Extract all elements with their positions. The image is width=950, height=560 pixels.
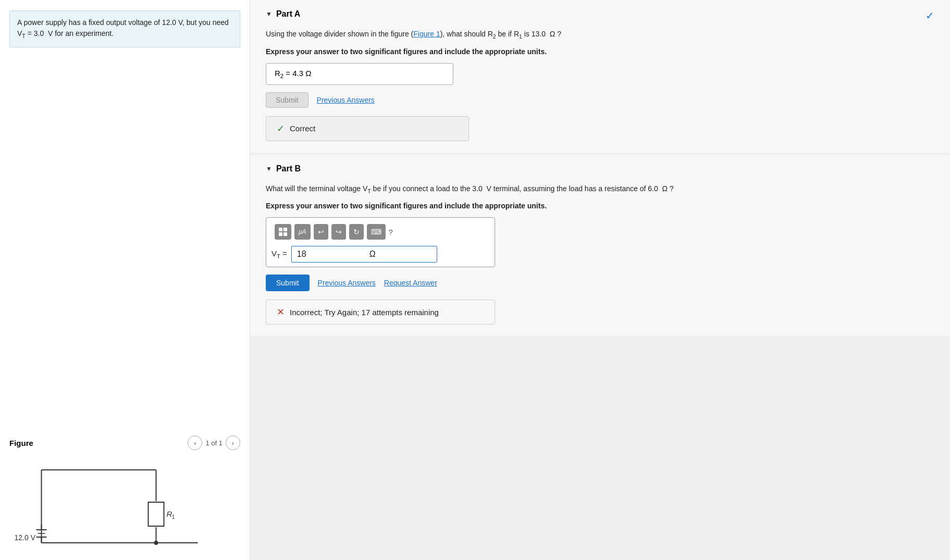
figure-title: Figure: [9, 439, 33, 447]
figure-section: Figure ‹ 1 of 1 ›: [0, 430, 250, 560]
math-input-row: VT =: [272, 246, 489, 263]
figure1-link[interactable]: Figure 1: [413, 30, 440, 38]
part-a-instruction: Express your answer to two significant f…: [266, 47, 934, 56]
undo-icon: ↩: [318, 228, 324, 236]
math-value-input[interactable]: [291, 246, 364, 263]
part-a-submit-row: Submit Previous Answers: [266, 92, 934, 108]
grid-template-button[interactable]: [275, 224, 291, 240]
part-a-header: ▼ Part A ✓: [266, 9, 934, 19]
mu-a-button[interactable]: μΑ: [294, 224, 311, 240]
part-b-request-answer-button[interactable]: Request Answer: [384, 279, 437, 287]
part-a-previous-answers-button[interactable]: Previous Answers: [317, 96, 375, 104]
problem-text: A power supply has a fixed output voltag…: [17, 18, 229, 38]
svg-rect-5: [149, 502, 164, 526]
correct-check-icon: ✓: [277, 123, 285, 134]
part-a-answer-box: R2 = 4.3 Ω: [266, 63, 453, 85]
incorrect-x-icon: ✕: [277, 306, 285, 318]
part-b-section: ▼ Part B What will the terminal voltage …: [250, 155, 950, 337]
math-unit-input[interactable]: [364, 246, 437, 263]
part-a-checkmark: ✓: [926, 9, 934, 22]
part-b-label: Part B: [276, 164, 301, 173]
svg-text:12.0 V: 12.0 V: [15, 533, 36, 542]
part-a-collapse-arrow[interactable]: ▼: [266, 10, 272, 18]
part-b-submit-button[interactable]: Submit: [266, 275, 310, 291]
keyboard-button[interactable]: ⌨: [367, 224, 386, 240]
left-panel: A power supply has a fixed output voltag…: [0, 0, 250, 560]
part-b-collapse-arrow[interactable]: ▼: [266, 165, 272, 172]
redo-icon: ↪: [336, 228, 342, 236]
help-button[interactable]: ?: [389, 224, 393, 240]
part-b-submit-row: Submit Previous Answers Request Answer: [266, 275, 934, 291]
refresh-button[interactable]: ↻: [349, 224, 364, 240]
help-label: ?: [389, 228, 393, 237]
mu-a-label: μΑ: [299, 228, 306, 235]
svg-text:1: 1: [172, 514, 175, 520]
problem-statement: A power supply has a fixed output voltag…: [9, 10, 240, 47]
part-a-section: ▼ Part A ✓ Using the voltage divider sho…: [250, 0, 950, 153]
part-a-correct-label: Correct: [290, 124, 315, 133]
part-a-correct-banner: ✓ Correct: [266, 116, 469, 141]
figure-nav-label: 1 of 1: [205, 439, 223, 447]
circuit-diagram: R 1 12.0 V: [9, 454, 240, 558]
part-b-question: What will the terminal voltage VT be if …: [266, 183, 934, 196]
chevron-right-icon: ›: [232, 439, 234, 447]
part-a-label: Part A: [276, 9, 301, 19]
math-toolbar: μΑ ↩ ↪ ↻ ⌨ ?: [272, 222, 489, 242]
grid-icon: [279, 228, 287, 236]
figure-header: Figure ‹ 1 of 1 ›: [9, 435, 240, 450]
chevron-left-icon: ‹: [194, 439, 196, 447]
math-label: VT =: [272, 249, 287, 259]
part-b-previous-answers-button[interactable]: Previous Answers: [318, 279, 376, 287]
refresh-icon: ↻: [353, 228, 360, 236]
part-a-answer-value: R2 = 4.3 Ω: [275, 69, 311, 78]
figure-next-button[interactable]: ›: [226, 435, 240, 450]
part-b-incorrect-banner: ✕ Incorrect; Try Again; 17 attempts rema…: [266, 300, 495, 325]
right-panel: ▼ Part A ✓ Using the voltage divider sho…: [250, 0, 950, 560]
figure-prev-button[interactable]: ‹: [188, 435, 202, 450]
part-b-incorrect-label: Incorrect; Try Again; 17 attempts remain…: [290, 308, 439, 317]
redo-button[interactable]: ↪: [331, 224, 346, 240]
part-a-question: Using the voltage divider shown in the f…: [266, 28, 934, 41]
undo-button[interactable]: ↩: [314, 224, 328, 240]
part-b-instruction: Express your answer to two significant f…: [266, 202, 934, 210]
part-a-submit-button: Submit: [266, 92, 309, 108]
keyboard-icon: ⌨: [371, 228, 381, 236]
part-b-math-input-container: μΑ ↩ ↪ ↻ ⌨ ? VT =: [266, 217, 495, 267]
figure-nav: ‹ 1 of 1 ›: [188, 435, 240, 450]
part-b-header: ▼ Part B: [266, 164, 934, 173]
